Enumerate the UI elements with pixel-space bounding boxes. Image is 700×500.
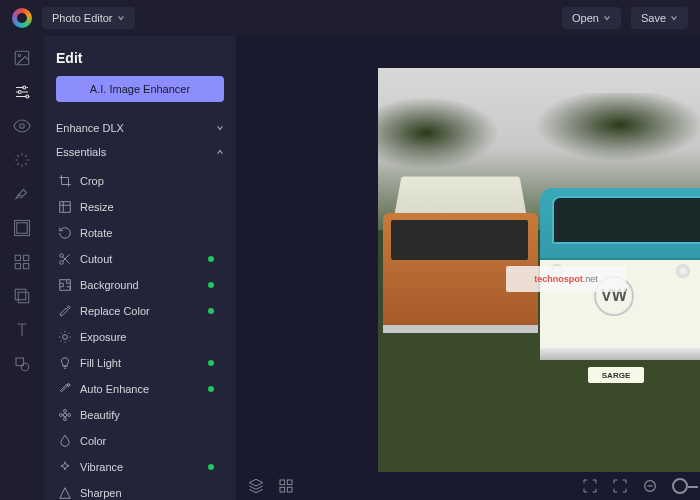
- premium-badge: [208, 308, 214, 314]
- grid-icon[interactable]: [12, 252, 32, 272]
- sun-icon: [58, 330, 72, 344]
- sliders-icon[interactable]: [12, 82, 32, 102]
- section-label: Essentials: [56, 146, 106, 158]
- edit-sidebar: Edit A.I. Image Enhancer Enhance DLX Ess…: [44, 36, 236, 500]
- tool-rail: [0, 36, 44, 500]
- bulb-icon: [58, 356, 72, 370]
- wand-icon: [58, 382, 72, 396]
- chevron-down-icon: [603, 14, 611, 22]
- app-title-label: Photo Editor: [52, 12, 113, 24]
- brush-icon[interactable]: [12, 184, 32, 204]
- svg-point-25: [68, 414, 71, 417]
- frame-icon[interactable]: [12, 218, 32, 238]
- svg-point-5: [20, 124, 25, 129]
- dropper-icon: [58, 304, 72, 318]
- svg-rect-12: [15, 289, 26, 300]
- svg-rect-6: [17, 223, 28, 234]
- topbar: Photo Editor Open Save: [0, 0, 700, 36]
- tool-beautify[interactable]: Beautify: [56, 402, 224, 428]
- open-button[interactable]: Open: [562, 7, 621, 29]
- zoom-slider[interactable]: [672, 478, 688, 494]
- svg-point-23: [64, 418, 67, 421]
- sidebar-title: Edit: [56, 50, 224, 66]
- svg-rect-8: [15, 255, 20, 260]
- section-enhance-dlx[interactable]: Enhance DLX: [56, 116, 224, 140]
- svg-point-24: [59, 414, 62, 417]
- svg-point-3: [18, 91, 21, 94]
- tool-auto-enhance[interactable]: Auto Enhance: [56, 376, 224, 402]
- tool-color[interactable]: Color: [56, 428, 224, 454]
- license-plate: SARGE: [588, 367, 644, 383]
- svg-rect-13: [18, 292, 29, 303]
- background-icon: [58, 278, 72, 292]
- premium-badge: [208, 360, 214, 366]
- zoom-out-icon[interactable]: [642, 478, 658, 494]
- tool-label: Exposure: [80, 331, 126, 343]
- tool-fill-light[interactable]: Fill Light: [56, 350, 224, 376]
- canvas-area: VW SARGE technospot.net: [236, 36, 700, 500]
- svg-rect-10: [15, 264, 20, 269]
- svg-point-4: [26, 95, 29, 98]
- svg-point-20: [63, 335, 68, 340]
- layers-icon[interactable]: [248, 478, 264, 494]
- save-button[interactable]: Save: [631, 7, 688, 29]
- grid-view-icon[interactable]: [278, 478, 294, 494]
- tool-vibrance[interactable]: Vibrance: [56, 454, 224, 480]
- flower-icon: [58, 408, 72, 422]
- tool-resize[interactable]: Resize: [56, 194, 224, 220]
- section-essentials[interactable]: Essentials: [56, 140, 224, 164]
- chevron-up-icon: [216, 148, 224, 156]
- tool-label: Crop: [80, 175, 104, 187]
- tool-exposure[interactable]: Exposure: [56, 324, 224, 350]
- rotate-icon: [58, 226, 72, 240]
- svg-point-22: [64, 409, 67, 412]
- svg-point-21: [63, 413, 67, 417]
- svg-rect-9: [24, 255, 29, 260]
- save-label: Save: [641, 12, 666, 24]
- watermark: technospot.net: [506, 266, 626, 292]
- tool-label: Color: [80, 435, 106, 447]
- tool-replace-color[interactable]: Replace Color: [56, 298, 224, 324]
- crop-icon: [58, 174, 72, 188]
- resize-icon: [58, 200, 72, 214]
- svg-point-1: [18, 54, 20, 56]
- tool-cutout[interactable]: Cutout: [56, 246, 224, 272]
- open-label: Open: [572, 12, 599, 24]
- fullscreen-icon[interactable]: [582, 478, 598, 494]
- svg-rect-19: [60, 280, 71, 291]
- triangle-icon: [58, 486, 72, 500]
- svg-rect-11: [24, 264, 29, 269]
- chevron-down-icon: [670, 14, 678, 22]
- tool-label: Cutout: [80, 253, 112, 265]
- image-icon[interactable]: [12, 48, 32, 68]
- tool-label: Beautify: [80, 409, 120, 421]
- svg-point-2: [23, 86, 26, 89]
- premium-badge: [208, 464, 214, 470]
- svg-rect-28: [280, 487, 285, 492]
- app-logo-icon: [12, 8, 32, 28]
- tool-label: Resize: [80, 201, 114, 213]
- tool-background[interactable]: Background: [56, 272, 224, 298]
- text-icon[interactable]: [12, 320, 32, 340]
- eye-icon[interactable]: [12, 116, 32, 136]
- canvas-bottombar: [236, 472, 700, 500]
- essentials-tool-list: Crop Resize Rotate Cutout Background Rep…: [56, 168, 224, 500]
- app-title-button[interactable]: Photo Editor: [42, 7, 135, 29]
- ai-enhancer-button[interactable]: A.I. Image Enhancer: [56, 76, 224, 102]
- shape-icon[interactable]: [12, 354, 32, 374]
- tool-rotate[interactable]: Rotate: [56, 220, 224, 246]
- tool-label: Vibrance: [80, 461, 123, 473]
- sparkle-icon[interactable]: [12, 150, 32, 170]
- svg-rect-27: [287, 480, 292, 485]
- tool-label: Background: [80, 279, 139, 291]
- fit-screen-icon[interactable]: [612, 478, 628, 494]
- tool-label: Replace Color: [80, 305, 150, 317]
- tool-crop[interactable]: Crop: [56, 168, 224, 194]
- sparkle-icon: [58, 460, 72, 474]
- premium-badge: [208, 256, 214, 262]
- chevron-down-icon: [117, 14, 125, 22]
- overlay-icon[interactable]: [12, 286, 32, 306]
- svg-rect-16: [60, 202, 71, 213]
- section-label: Enhance DLX: [56, 122, 124, 134]
- tool-sharpen[interactable]: Sharpen: [56, 480, 224, 500]
